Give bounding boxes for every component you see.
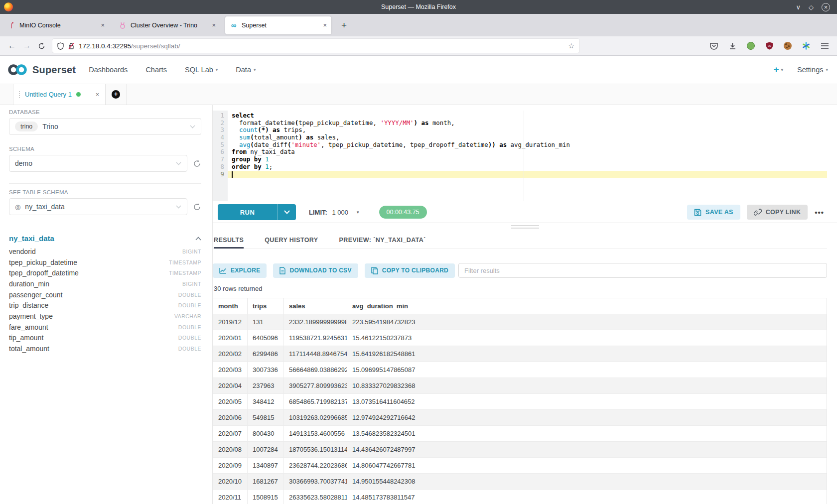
schema-column-row[interactable]: trip_distanceDOUBLE [9, 300, 201, 311]
table-cell: 6405096 [248, 330, 284, 346]
code-line[interactable]: count(*) as trips, [228, 126, 827, 134]
code-line[interactable]: from ny_taxi_data [228, 148, 827, 156]
code-line[interactable]: format_datetime(tpep_pickup_datetime, 'Y… [228, 120, 827, 127]
starburst-extension-icon[interactable] [802, 41, 811, 50]
window-maximize-icon[interactable]: ◇ [809, 3, 814, 11]
tab-close-icon[interactable]: × [323, 21, 327, 29]
schema-column-row[interactable]: tpep_dropoff_datetimeTIMESTAMP [9, 267, 201, 278]
forward-button[interactable]: → [23, 41, 31, 50]
limit-control[interactable]: LIMIT: 1 000 [309, 209, 348, 216]
column-header[interactable]: month [213, 298, 248, 314]
schema-column-row[interactable]: duration_minBIGINT [9, 278, 201, 289]
code-line[interactable]: group by 1 [228, 156, 827, 163]
column-header[interactable]: trips [248, 298, 284, 314]
database-select[interactable]: trino Trino [9, 118, 201, 135]
sidebar-divider [9, 183, 201, 184]
table-cell: 237963 [248, 378, 284, 394]
new-tab-button[interactable]: + [336, 20, 352, 31]
editor-code[interactable]: select format_datetime(tpep_pickup_datet… [228, 111, 827, 201]
refresh-schemas-icon[interactable] [193, 159, 201, 168]
filter-results-input[interactable] [458, 263, 827, 278]
browser-tab-trino[interactable]: Cluster Overview - Trino × [114, 16, 220, 34]
refresh-tables-icon[interactable] [193, 203, 201, 211]
table-select[interactable]: ◎ ny_taxi_data [9, 198, 187, 215]
table-cell: 15.46122150237873 [347, 330, 827, 346]
table-cell: 13.546823582324501 [347, 426, 827, 442]
code-line[interactable]: order by 1; [228, 163, 827, 171]
sql-code-editor[interactable]: 123456789 select format_datetime(tpep_pi… [213, 111, 827, 201]
column-header[interactable]: sales [284, 298, 347, 314]
code-line[interactable]: select [228, 112, 827, 120]
results-pane-tab[interactable]: QUERY HISTORY [265, 231, 318, 249]
schema-select[interactable]: demo [9, 155, 187, 172]
table-cell: 2019/12 [213, 314, 248, 330]
nav-item-label: Data [236, 66, 251, 74]
table-cell: 119538721.92456317 [284, 330, 347, 346]
schema-column-row[interactable]: tip_amountDOUBLE [9, 333, 201, 344]
table-cell: 2020/10 [213, 474, 248, 490]
code-line[interactable]: avg(date_diff('minute', tpep_pickup_date… [228, 141, 827, 149]
results-pane-tab[interactable]: PREVIEW: `NY_TAXI_DATA` [339, 231, 426, 249]
url-bar[interactable]: 172.18.0.4:32295/superset/sqllab/ ☆ [52, 39, 579, 53]
nav-item-data[interactable]: Data▾ [236, 66, 256, 74]
bookmark-star-icon[interactable]: ☆ [568, 42, 574, 50]
run-button[interactable]: RUN [218, 204, 296, 220]
add-query-tab-button[interactable]: + [106, 84, 127, 105]
table-name-heading[interactable]: ny_taxi_data [9, 234, 54, 243]
column-name: total_amount [9, 345, 49, 353]
schema-column-row[interactable]: fare_amountDOUBLE [9, 322, 201, 333]
new-item-menu[interactable]: + ▾ [773, 64, 783, 75]
schema-column-row[interactable]: payment_typeVARCHAR [9, 311, 201, 322]
downloads-icon[interactable] [728, 41, 737, 50]
copy-clipboard-button[interactable]: COPY TO CLIPBOARD [365, 263, 455, 278]
chevron-down-icon [176, 162, 181, 165]
nav-item-sql-lab[interactable]: SQL Lab▾ [185, 66, 218, 74]
results-pane-tab[interactable]: RESULTS [214, 231, 244, 249]
code-line[interactable] [228, 171, 827, 178]
window-minimize-icon[interactable]: ∨ [796, 3, 801, 11]
settings-menu[interactable]: Settings ▾ [797, 66, 828, 74]
menu-hamburger-icon[interactable] [820, 41, 829, 50]
browser-tab-superset[interactable]: ∞ Superset × [225, 16, 331, 34]
query-tab-active[interactable]: Untitled Query 1 × [13, 84, 106, 105]
cookie-extension-icon[interactable] [783, 41, 792, 50]
reload-button[interactable] [38, 42, 45, 50]
more-options-button[interactable]: ••• [815, 208, 824, 217]
window-close-icon[interactable]: × [822, 3, 830, 11]
schema-column-row[interactable]: total_amountDOUBLE [9, 343, 201, 354]
table-row: 2020/08100728418705536.15013114714.43642… [213, 442, 827, 458]
table-cell: 26335623.58028811 [284, 490, 347, 504]
nav-item-dashboards[interactable]: Dashboards [89, 66, 128, 74]
query-tab-close-icon[interactable]: × [96, 91, 99, 98]
insecure-lock-icon[interactable] [68, 42, 75, 50]
collapse-chevron-icon[interactable] [195, 237, 201, 241]
drag-handle-icon[interactable] [18, 91, 20, 99]
schema-column-row[interactable]: passenger_countDOUBLE [9, 289, 201, 300]
column-header[interactable]: avg_duration_min [347, 298, 827, 314]
limit-caret-icon[interactable]: ▾ [357, 210, 359, 215]
schema-column-row[interactable]: tpep_pickup_datetimeTIMESTAMP [9, 257, 201, 268]
resize-handle-icon[interactable] [511, 225, 539, 229]
extension-green-icon[interactable] [746, 41, 755, 50]
shield-icon[interactable] [57, 42, 64, 50]
pocket-icon[interactable] [709, 41, 718, 50]
explore-button[interactable]: EXPLORE [213, 263, 267, 278]
code-line[interactable]: sum(total_amount) as sales, [228, 134, 827, 141]
schema-column-row[interactable]: vendoridBIGINT [9, 246, 201, 257]
table-cell: 2020/03 [213, 362, 248, 378]
run-options-caret[interactable] [278, 204, 296, 220]
copy-link-button[interactable]: COPY LINK [747, 205, 808, 220]
tab-close-icon[interactable]: × [101, 21, 105, 29]
back-button[interactable]: ← [8, 41, 16, 50]
table-cell: 348412 [248, 394, 284, 410]
table-row: 2020/09134089723628744.22023686414.80604… [213, 458, 827, 474]
browser-tab-minio[interactable]: MinIO Console × [3, 16, 109, 34]
tab-close-icon[interactable]: × [212, 21, 216, 29]
download-csv-button[interactable]: DOWNLOAD TO CSV [273, 263, 358, 278]
superset-logo[interactable]: Superset [7, 63, 76, 76]
pane-resize-divider[interactable] [213, 223, 837, 229]
ublock-origin-icon[interactable]: uO [765, 41, 774, 50]
save-as-button[interactable]: SAVE AS [687, 205, 740, 220]
table-cell: 12.974924292716642 [347, 410, 827, 426]
nav-item-charts[interactable]: Charts [145, 66, 167, 74]
